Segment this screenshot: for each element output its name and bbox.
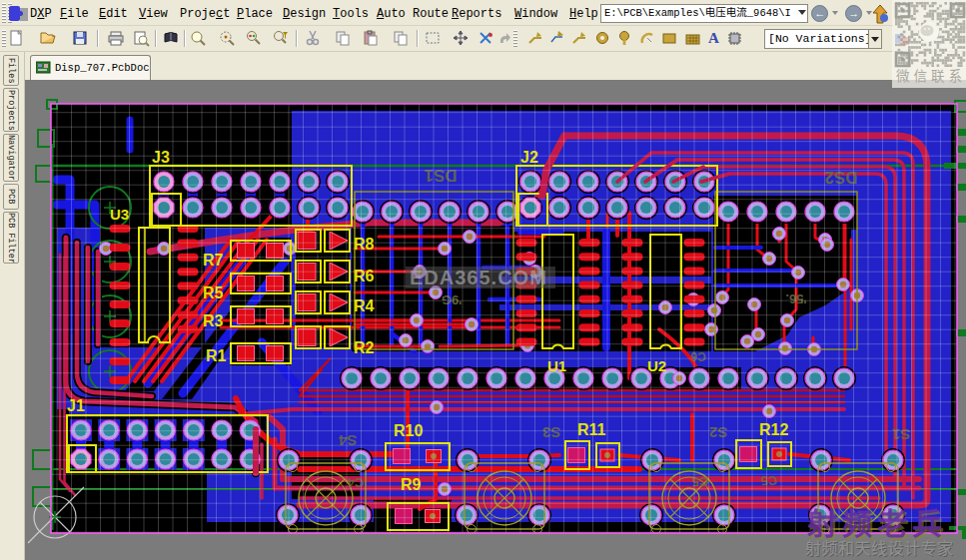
svg-text:R6: R6: [354, 268, 375, 284]
svg-text:EDA365.COM: EDA365.COM: [410, 267, 547, 288]
svg-text:微信联系: 微信联系: [896, 69, 966, 84]
svg-text:R2: R2: [354, 339, 375, 356]
svg-text:S4: S4: [338, 432, 357, 449]
svg-text:R5: R5: [203, 284, 224, 301]
svg-text:J1: J1: [67, 397, 85, 414]
svg-text:S2: S2: [709, 424, 727, 441]
svg-text:S3: S3: [542, 424, 560, 441]
svg-text:R11: R11: [577, 421, 606, 438]
svg-text:C5: C5: [761, 473, 778, 488]
svg-text:R12: R12: [759, 421, 788, 438]
svg-text:DS1: DS1: [424, 166, 457, 185]
svg-text:R4: R4: [354, 297, 375, 314]
svg-text:R9: R9: [401, 476, 422, 493]
svg-text:C6: C6: [690, 349, 706, 363]
svg-text:U2: U2: [647, 357, 666, 374]
svg-text:R8: R8: [354, 236, 375, 253]
svg-text:'9G: '9G: [442, 292, 462, 307]
svg-text:R7: R7: [203, 252, 224, 269]
svg-text:S1: S1: [892, 426, 910, 443]
